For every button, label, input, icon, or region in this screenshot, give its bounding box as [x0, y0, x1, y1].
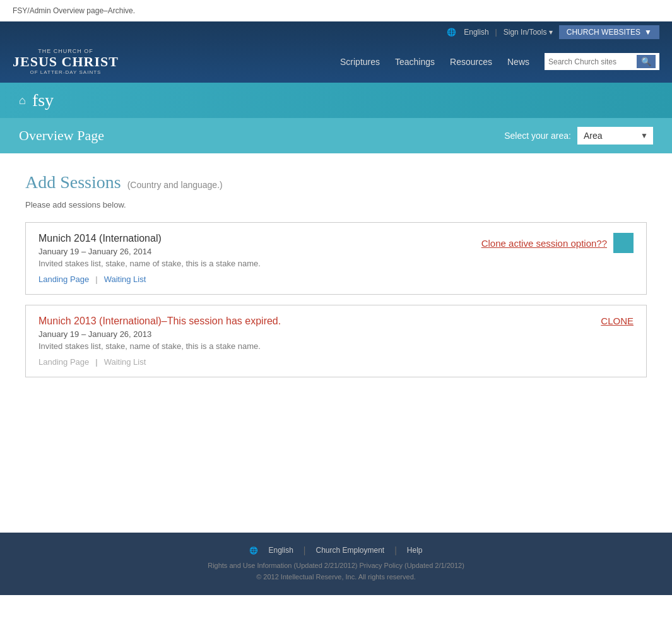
- session-1-stakes: Invited stakes list, stake, name of stak…: [38, 259, 261, 268]
- footer-separator-1: |: [304, 545, 306, 555]
- footer-separator-2: |: [394, 545, 397, 555]
- search-input[interactable]: [548, 57, 637, 66]
- footer: 🌐 English | Church Employment | Help Rig…: [0, 533, 672, 595]
- session-1-landing-page[interactable]: Landing Page: [38, 275, 89, 284]
- session-1-clone-button[interactable]: [613, 233, 634, 253]
- home-icon[interactable]: ⌂: [19, 94, 26, 107]
- globe-icon: 🌐: [447, 28, 456, 37]
- session-2-landing-page-disabled: Landing Page: [38, 357, 89, 367]
- church-websites-button[interactable]: CHURCH WEBSITES ▼: [559, 25, 659, 39]
- add-sessions-header: Add Sessions (Country and language.): [25, 172, 647, 192]
- session-card-2-header: Munich 2013 (International)–This session…: [38, 316, 634, 367]
- overview-bar: Overview Page Select your area: Area: [0, 118, 672, 153]
- session-1-clone-area: Clone active session option??: [481, 233, 634, 253]
- footer-lang-link[interactable]: English: [268, 546, 293, 555]
- logo-text-sub: of Latter-day Saints: [30, 69, 101, 75]
- main-content: Add Sessions (Country and language.) Ple…: [0, 153, 672, 406]
- footer-legal-1: Rights and Use Information (Updated 2/21…: [13, 560, 659, 572]
- fsy-title: fsy: [32, 90, 54, 110]
- footer-legal-2: © 2012 Intellectual Reserve, Inc. All ri…: [13, 572, 659, 583]
- add-sessions-desc: Please add sessions below.: [25, 200, 647, 210]
- session-2-dates: January 19 – January 26, 2013: [38, 329, 281, 339]
- logo-area: The Church of JESUS CHRIST of Latter-day…: [13, 48, 119, 75]
- footer-globe-icon: 🌐: [249, 546, 258, 555]
- session-2-name: Munich 2013 (International)–This session…: [38, 316, 281, 327]
- nav-scriptures[interactable]: Scriptures: [340, 57, 380, 67]
- session-2-stakes: Invited stakes list, stake, name of stak…: [38, 341, 281, 351]
- church-websites-label: CHURCH WEBSITES: [567, 28, 640, 37]
- fsy-bar: ⌂ fsy: [0, 83, 672, 118]
- session-1-waiting-list[interactable]: Waiting List: [104, 275, 146, 284]
- add-sessions-title: Add Sessions: [25, 172, 121, 192]
- nav-resources[interactable]: Resources: [450, 57, 492, 67]
- session-2-info: Munich 2013 (International)–This session…: [38, 316, 281, 367]
- sign-in-link[interactable]: Sign In/Tools ▾: [504, 28, 553, 37]
- footer-links: 🌐 English | Church Employment | Help: [13, 545, 659, 555]
- top-nav: 🌐 English | Sign In/Tools ▾ CHURCH WEBSI…: [0, 21, 672, 83]
- session-1-info: Munich 2014 (International) January 19 –…: [38, 233, 261, 284]
- footer-help-link[interactable]: Help: [407, 546, 423, 555]
- separator: |: [495, 28, 497, 37]
- area-select-wrapper: Area: [577, 127, 653, 145]
- session-2-separator: |: [95, 357, 97, 367]
- session-1-links: Landing Page | Waiting List: [38, 275, 261, 284]
- session-card-1-header: Munich 2014 (International) January 19 –…: [38, 233, 634, 284]
- chevron-down-icon: ▼: [644, 28, 652, 37]
- session-1-dates: January 19 – January 26, 2014: [38, 247, 261, 256]
- add-sessions-subtitle: (Country and language.): [127, 180, 223, 190]
- footer-employment-link[interactable]: Church Employment: [315, 546, 384, 555]
- top-nav-lower: The Church of JESUS CHRIST of Latter-day…: [0, 43, 672, 83]
- search-button[interactable]: 🔍: [637, 55, 656, 68]
- nav-news[interactable]: News: [507, 57, 529, 67]
- session-2-clone-area: CLONE: [601, 316, 634, 326]
- page-label: FSY/Admin Overview page–Archive.: [0, 0, 672, 21]
- main-nav-links: Scriptures Teachings Resources News 🔍: [340, 53, 659, 70]
- top-nav-upper: 🌐 English | Sign In/Tools ▾ CHURCH WEBSI…: [0, 21, 672, 43]
- session-1-clone-link[interactable]: Clone active session option??: [481, 238, 607, 249]
- footer-legal: Rights and Use Information (Updated 2/21…: [13, 560, 659, 582]
- session-card-1: Munich 2014 (International) January 19 –…: [25, 222, 647, 295]
- language-link[interactable]: English: [464, 28, 488, 37]
- session-card-2: Munich 2013 (International)–This session…: [25, 305, 647, 377]
- session-1-name: Munich 2014 (International): [38, 233, 261, 244]
- session-1-separator: |: [95, 275, 97, 284]
- area-select[interactable]: Area: [577, 127, 653, 145]
- nav-teachings[interactable]: Teachings: [395, 57, 435, 67]
- area-select-label: Select your area:: [504, 131, 571, 141]
- search-area: 🔍: [545, 53, 659, 70]
- logo-text-main: JESUS CHRIST: [13, 54, 119, 69]
- overview-title: Overview Page: [19, 127, 104, 144]
- area-select-area: Select your area: Area: [504, 127, 653, 145]
- session-2-clone-link[interactable]: CLONE: [601, 316, 634, 326]
- session-2-links: Landing Page | Waiting List: [38, 357, 281, 367]
- session-2-waiting-list-disabled: Waiting List: [104, 357, 146, 367]
